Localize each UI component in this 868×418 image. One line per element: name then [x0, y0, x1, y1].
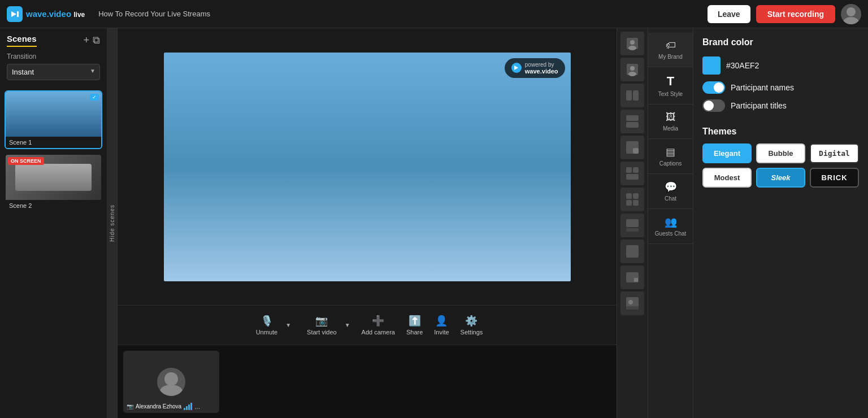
unmute-group: 🎙️ Unmute ▼ [246, 311, 297, 339]
theme-elegant-button[interactable]: Elegant [702, 143, 752, 163]
participant-more-button[interactable]: ... [194, 403, 200, 411]
svg-rect-20 [633, 167, 639, 173]
svg-rect-18 [633, 148, 639, 154]
layout-single-2-button[interactable] [620, 58, 644, 81]
watermark-icon [511, 63, 522, 73]
participant-info: 📷 Alexandra Ezhova ... [127, 403, 200, 411]
brand-panel: Brand color #30AEF2 Participant names Pa… [693, 28, 868, 418]
svg-point-32 [628, 300, 633, 304]
participant-titles-toggle[interactable] [702, 99, 725, 112]
bottom-controls: 🎙️ Unmute ▼ 📷 Start video ▼ ➕ Add camera [118, 305, 617, 345]
signal-bar-2 [186, 406, 188, 410]
unmute-chevron-icon: ▼ [285, 322, 291, 328]
start-recording-button[interactable]: Start recording [756, 5, 835, 23]
captions-label: Captions [659, 160, 682, 167]
share-button[interactable]: ⬆️ Share [401, 311, 428, 339]
center-area: powered by wave.video 🎙️ Unmute ▼ 📷 [118, 28, 617, 418]
layout-split-button[interactable] [620, 265, 644, 289]
layout-three-button[interactable] [620, 162, 644, 185]
start-video-button[interactable]: 📷 Start video [301, 311, 342, 339]
video-chevron-icon: ▼ [345, 322, 350, 328]
scenes-panel: Scenes + ⧉ Transition Instant Fade Slide… [0, 28, 107, 418]
right-panel-text-style[interactable]: T Text Style [648, 67, 693, 104]
theme-digital-button[interactable]: Digital [810, 143, 859, 163]
right-panel-chat[interactable]: 💬 Chat [648, 174, 693, 209]
svg-point-11 [630, 66, 635, 71]
signal-bars [184, 403, 192, 410]
settings-button[interactable]: ⚙️ Settings [455, 311, 489, 339]
toggle-knob [714, 82, 724, 93]
right-panel-captions[interactable]: ▤ Captions [648, 139, 693, 174]
transition-select[interactable]: Instant Fade Slide [7, 64, 100, 80]
layout-two-inset-button[interactable] [620, 136, 644, 159]
leave-button[interactable]: Leave [708, 5, 750, 23]
right-panel-media[interactable]: 🖼 Media [648, 104, 693, 139]
page-title: How To Record Your Live Streams [98, 10, 210, 18]
svg-rect-1 [17, 11, 19, 17]
guests-chat-label: Guests Chat [655, 230, 687, 237]
add-scene-button[interactable]: + [83, 34, 89, 46]
invite-label: Invite [434, 329, 449, 336]
add-camera-button[interactable]: ➕ Add camera [356, 311, 401, 339]
transition-section: Transition Instant Fade Slide ▼ [0, 47, 107, 86]
guests-chat-icon: 👥 [665, 216, 677, 228]
themes-grid: Elegant Bubble Digital Modest Sleek BRIC… [702, 143, 859, 188]
svg-point-12 [628, 72, 636, 76]
participant-cam-icon: 📷 [127, 403, 133, 410]
my-brand-label: My Brand [658, 54, 683, 60]
scene-thumb-2: ON SCREEN [6, 155, 101, 200]
right-panel: 🏷 My Brand T Text Style 🖼 Media ▤ Captio… [648, 28, 693, 418]
theme-bubble-button[interactable]: Bubble [756, 143, 805, 163]
layout-wide-button[interactable] [620, 240, 644, 263]
copy-scene-button[interactable]: ⧉ [93, 34, 100, 46]
preview-area: powered by wave.video [118, 28, 617, 305]
svg-rect-16 [626, 122, 639, 128]
svg-point-3 [843, 17, 859, 24]
svg-rect-14 [633, 90, 639, 101]
svg-point-8 [630, 40, 635, 45]
invite-button[interactable]: 👤 Invite [428, 311, 454, 339]
layout-grid-panel [617, 28, 648, 418]
main-area: Scenes + ⧉ Transition Instant Fade Slide… [0, 28, 868, 418]
theme-brick-button[interactable]: BRICK [810, 168, 859, 188]
themes-section: Themes Elegant Bubble Digital Modest Sle… [702, 127, 859, 188]
color-swatch-button[interactable] [702, 56, 721, 75]
svg-rect-23 [633, 193, 639, 199]
transition-label: Transition [7, 53, 100, 60]
theme-modest-button[interactable]: Modest [702, 168, 752, 188]
topbar: wave.video live How To Record Your Live … [0, 0, 868, 28]
start-video-group: 📷 Start video ▼ [297, 311, 356, 339]
svg-rect-33 [626, 306, 639, 310]
svg-point-5 [164, 372, 178, 386]
layout-two-v-button[interactable] [620, 110, 644, 133]
right-panel-my-brand[interactable]: 🏷 My Brand [648, 33, 693, 67]
svg-rect-21 [626, 174, 639, 180]
camera-icon: 📷 [315, 315, 328, 327]
unmute-button[interactable]: 🎙️ Unmute [250, 311, 284, 339]
layout-four-button[interactable] [620, 188, 644, 211]
media-icon: 🖼 [666, 111, 676, 123]
scene-item[interactable]: ✓ Scene 1 [5, 90, 102, 149]
scene-name-2: Scene 2 [6, 200, 101, 211]
svg-rect-15 [626, 115, 639, 121]
theme-sleek-button[interactable]: Sleek [756, 168, 805, 188]
hide-scenes-toggle[interactable]: Hide scenes [107, 28, 118, 418]
svg-marker-0 [11, 11, 16, 17]
svg-rect-27 [626, 228, 639, 232]
start-video-label: Start video [307, 329, 337, 336]
start-video-chevron-button[interactable]: ▼ [344, 319, 351, 332]
participant-names-toggle[interactable] [702, 81, 725, 94]
user-avatar[interactable] [841, 4, 861, 24]
right-panel-guests-chat[interactable]: 👥 Guests Chat [648, 209, 693, 244]
scene-item[interactable]: ON SCREEN Scene 2 [5, 154, 102, 212]
layout-banner-button[interactable] [620, 214, 644, 237]
participant-titles-row: Participant titles [702, 99, 859, 112]
layout-two-button[interactable] [620, 84, 644, 107]
add-camera-icon: ➕ [372, 315, 384, 327]
toggle-knob-2 [704, 101, 714, 111]
unmute-label: Unmute [256, 329, 278, 336]
layout-single-button[interactable] [620, 32, 644, 55]
unmute-chevron-button[interactable]: ▼ [284, 319, 292, 332]
scenes-header: Scenes + ⧉ [0, 28, 107, 47]
layout-person-left-button[interactable] [620, 291, 644, 315]
